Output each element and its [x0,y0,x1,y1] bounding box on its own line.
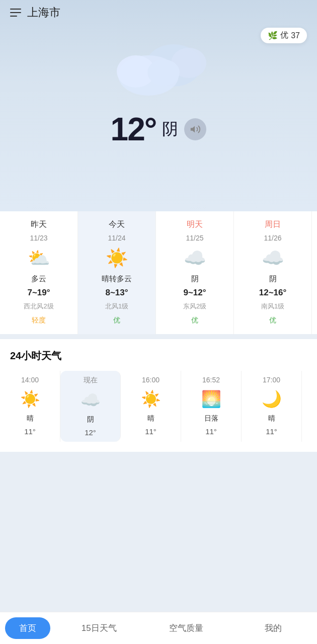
hour-time: 16:52 [202,376,220,384]
hour-temp: 12° [85,428,96,437]
day-name: 今天 [109,219,125,230]
hour-weather-icon: ☀️ [19,388,41,410]
day-date: 11/24 [108,234,125,242]
day-date: 11/23 [30,234,47,242]
day-aqi: 轻度 [27,315,51,326]
day-condition: 多云 [31,274,46,284]
hour-time: 现在 [84,376,98,385]
hour-time: 17:00 [263,376,280,384]
day-name: 明天 [187,219,203,230]
hourly-section: 24小时天气 14:00 ☀️ 晴 11° 现在 ☁️ 阴 12° 16:00 … [0,339,317,452]
aqi-label: 优 [280,30,288,41]
hour-weather-icon: 🌅 [200,388,222,410]
day-condition: 晴转多云 [102,274,132,284]
hour-card[interactable]: 14:00 ☀️ 晴 11° [0,371,60,442]
day-condition: 阴 [269,274,277,284]
cloud-illustration [10,35,307,101]
daily-forecast-section: 昨天 11/23 ⛅ 多云 7~19° 西北风2级 轻度 今天 11/24 ☀️… [0,211,317,334]
day-date: 11/25 [186,234,203,242]
nav-item-我的[interactable]: 我的 [230,617,317,639]
day-wind: 北风1级 [105,302,128,311]
nav-item-空气质量[interactable]: 空气质量 [142,617,229,639]
nav-item-15日天气[interactable]: 15日天气 [55,617,142,639]
day-condition: 阴 [191,274,199,284]
leaf-icon: 🌿 [268,31,278,40]
day-wind: 东风2级 [183,302,206,311]
hour-weather-icon: ☁️ [80,389,102,411]
city-name: 上海市 [27,5,60,20]
hour-temp: 11° [266,427,277,436]
hour-weather-icon: 🌙 [261,388,283,410]
hour-condition: 日落 [204,414,218,423]
hour-condition: 晴 [27,414,34,423]
day-card[interactable]: 明天 11/25 ☁️ 阴 9~12° 东风2级 优 [156,211,234,334]
hour-time: 16:00 [142,376,160,384]
hour-temp: 11° [145,427,156,436]
hourly-title: 24小时天气 [0,349,317,371]
hero-section: 上海市 🌿 优 37 12° 阴 [0,0,317,211]
day-weather-icon: ⛅ [27,246,51,270]
svg-point-4 [147,59,180,86]
hour-card[interactable]: 17:00 🌙 晴 11° [242,371,302,442]
menu-button[interactable] [10,9,21,17]
current-condition: 阴 [162,118,178,140]
hour-card[interactable]: 现在 ☁️ 阴 12° [60,371,121,442]
daily-scroll[interactable]: 昨天 11/23 ⛅ 多云 7~19° 西北风2级 轻度 今天 11/24 ☀️… [0,211,317,334]
hour-condition: 晴 [268,414,275,423]
day-weather-icon: ☁️ [183,246,207,270]
bottom-nav: 首页15日天气空气质量我的 [0,612,317,644]
day-wind: 南风1级 [261,302,284,311]
hourly-scroll[interactable]: 14:00 ☀️ 晴 11° 现在 ☁️ 阴 12° 16:00 ☀️ 晴 11… [0,371,317,447]
aqi-value: 37 [291,31,300,40]
day-name: 昨天 [31,219,47,230]
hour-condition: 晴 [147,414,154,423]
day-name: 周日 [265,219,281,230]
hour-condition: 阴 [87,415,94,424]
current-temperature: 12° [111,111,156,148]
air-quality-badge[interactable]: 🌿 优 37 [261,28,307,43]
day-aqi: 优 [264,315,281,326]
hour-time: 14:00 [21,376,39,384]
day-weather-icon: ☀️ [105,246,129,270]
hour-card[interactable]: 16:00 ☀️ 晴 11° [121,371,181,442]
nav-item-首页[interactable]: 首页 [5,617,50,639]
day-card[interactable]: 周日 11/26 ☁️ 阴 12~16° 南风1级 优 [234,211,312,334]
top-nav: 上海市 [10,0,307,20]
day-wind: 西北风2级 [24,302,53,311]
sound-button[interactable] [184,118,206,140]
day-card[interactable]: 今天 11/24 ☀️ 晴转多云 8~13° 北风1级 优 [78,211,156,334]
day-temps: 9~12° [183,288,206,298]
hour-card[interactable]: 16:52 🌅 日落 11° [181,371,242,442]
day-card[interactable]: 昨天 11/23 ⛅ 多云 7~19° 西北风2级 轻度 [0,211,78,334]
day-weather-icon: ☁️ [261,246,285,270]
hour-temp: 11° [205,427,217,436]
hour-weather-icon: ☀️ [140,388,162,410]
day-date: 11/26 [264,234,281,242]
day-temps: 7~19° [27,288,50,298]
day-aqi: 优 [108,315,125,326]
day-aqi: 优 [186,315,203,326]
hour-temp: 11° [24,427,36,436]
day-temps: 8~13° [105,288,128,298]
current-weather: 12° 阴 [10,111,307,148]
day-temps: 12~16° [259,288,287,298]
